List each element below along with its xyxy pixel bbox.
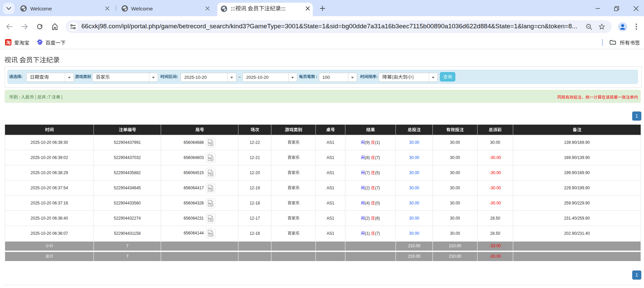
svg-text:du: du — [39, 42, 41, 44]
